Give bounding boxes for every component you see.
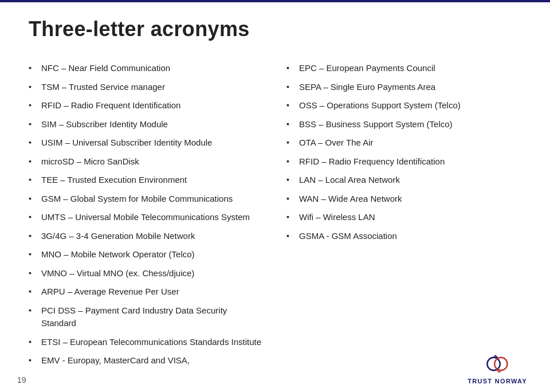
list-item: GSMA - GSM Association [286, 230, 521, 243]
list-item: RFID – Radio Frequency Identification [286, 155, 521, 168]
list-item: TEE – Trusted Execution Environment [29, 174, 264, 187]
trust-norway-icon [483, 352, 512, 375]
list-item: ETSI – European Telecommunications Stand… [29, 336, 264, 349]
list-item: GSM – Global System for Mobile Communica… [29, 193, 264, 206]
list-item: Wifi – Wireless LAN [286, 211, 521, 224]
list-item: ARPU – Average Revenue Per User [29, 285, 264, 299]
left-column: NFC – Near Field CommunicationTSM – Trus… [29, 62, 264, 373]
list-item: WAN – Wide Area Network [286, 193, 521, 206]
right-column: EPC – European Payments CouncilSEPA – Si… [286, 62, 521, 373]
list-item: microSD – Micro SanDisk [29, 155, 264, 168]
svg-point-1 [494, 357, 507, 370]
list-item: OTA – Over The Air [286, 136, 521, 150]
list-item: PCI DSS – Payment Card Industry Data Sec… [29, 304, 264, 330]
list-item: VMNO – Virtual MNO (ex. Chess/djuice) [29, 267, 264, 280]
list-item: UMTS – Universal Mobile Telecommunicatio… [29, 211, 264, 224]
content-area: NFC – Near Field CommunicationTSM – Trus… [29, 62, 521, 373]
list-item: RFID – Radio Frequent Identification [29, 99, 264, 112]
list-item: NFC – Near Field Communication [29, 62, 264, 75]
page-number: 19 [17, 375, 26, 385]
list-item: LAN – Local Area Network [286, 174, 521, 187]
svg-point-0 [487, 357, 500, 370]
list-item: USIM – Universal Subscriber Identity Mod… [29, 136, 264, 150]
list-item: EMV - Europay, MasterCard and VISA, [29, 354, 264, 367]
left-list: NFC – Near Field CommunicationTSM – Trus… [29, 62, 264, 367]
page-title: Three-letter acronyms [29, 17, 521, 41]
list-item: MNO – Mobile Network Operator (Telco) [29, 248, 264, 261]
list-item: SIM – Subscriber Identity Module [29, 118, 264, 131]
logo-text: TRUST NORWAY [467, 378, 527, 385]
list-item: 3G/4G – 3-4 Generation Mobile Network [29, 230, 264, 243]
list-item: SEPA – Single Euro Payments Area [286, 81, 521, 94]
list-item: EPC – European Payments Council [286, 62, 521, 75]
list-item: OSS – Operations Support System (Telco) [286, 99, 521, 112]
right-list: EPC – European Payments CouncilSEPA – Si… [286, 62, 521, 242]
logo-area: TRUST NORWAY [467, 352, 527, 385]
top-border [0, 0, 550, 2]
list-item: BSS – Business Support System (Telco) [286, 118, 521, 131]
list-item: TSM – Trusted Service manager [29, 81, 264, 94]
